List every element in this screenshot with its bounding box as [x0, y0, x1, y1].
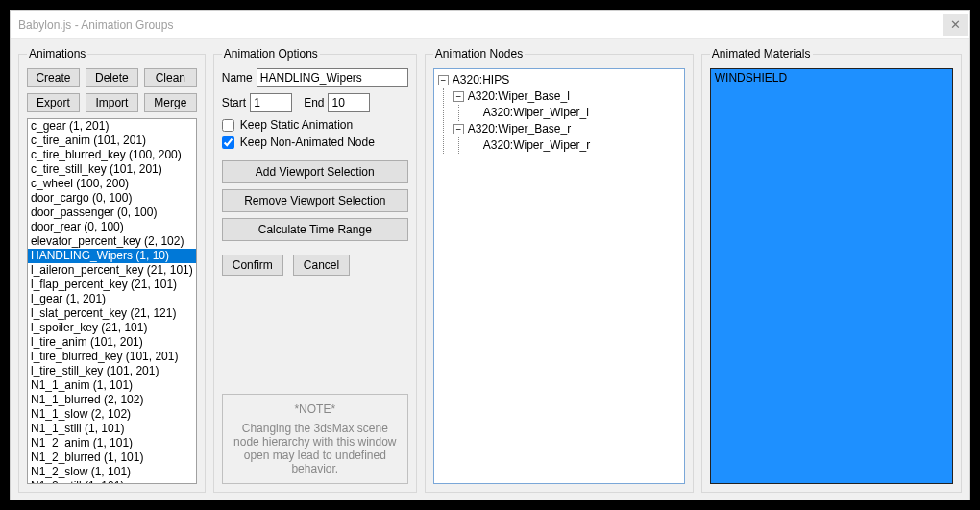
list-item[interactable]: l_tire_anim (101, 201) — [28, 335, 196, 350]
list-item[interactable]: N1_2_blurred (1, 101) — [28, 450, 196, 465]
note-body: Changing the 3dsMax scene node hierarchy… — [231, 422, 400, 475]
list-item[interactable]: N1_1_still (1, 101) — [28, 422, 196, 436]
tree-label: A320:Wiper_Base_l — [468, 88, 570, 105]
options-panel: Animation Options Name Start End Keep St… — [213, 47, 417, 493]
list-item[interactable]: l_tire_still_key (101, 201) — [28, 364, 196, 378]
import-button[interactable]: Import — [86, 93, 138, 112]
tree-leaf[interactable]: A320:Wiper_Wiper_l — [469, 105, 680, 121]
list-item[interactable]: WINDSHIELD — [715, 71, 948, 85]
remove-viewport-button[interactable]: Remove Viewport Selection — [222, 189, 408, 212]
keep-static-label[interactable]: Keep Static Animation — [240, 118, 353, 132]
tree-root[interactable]: − A320:HIPS — [438, 72, 680, 88]
tree-label: A320:Wiper_Wiper_r — [483, 137, 590, 154]
cancel-button[interactable]: Cancel — [293, 255, 350, 276]
options-panel-title: Animation Options — [222, 47, 320, 61]
nodes-tree[interactable]: − A320:HIPS − A320:Wiper_Base_l — [433, 68, 685, 484]
end-input[interactable] — [328, 93, 370, 112]
create-button[interactable]: Create — [27, 68, 80, 87]
tree-node[interactable]: − A320:Wiper_Base_l — [453, 88, 680, 105]
animations-panel: Animations Create Delete Clean Export Im… — [18, 47, 206, 493]
list-item[interactable]: l_tire_blurred_key (101, 201) — [28, 350, 196, 364]
list-item[interactable]: l_flap_percent_key (21, 101) — [28, 278, 196, 292]
keep-static-checkbox[interactable] — [222, 119, 234, 132]
window-title: Babylon.js - Animation Groups — [18, 18, 173, 32]
clean-button[interactable]: Clean — [144, 68, 197, 87]
list-item[interactable]: N1_1_slow (2, 102) — [28, 407, 196, 422]
list-item[interactable]: c_tire_anim (101, 201) — [28, 134, 196, 148]
animations-panel-title: Animations — [27, 47, 87, 61]
list-item[interactable]: door_cargo (0, 100) — [28, 191, 196, 206]
close-icon: ✕ — [950, 17, 961, 32]
list-item[interactable]: l_spoiler_key (21, 101) — [28, 321, 196, 335]
tree-node[interactable]: − A320:Wiper_Base_r — [453, 121, 680, 137]
tree-leaf[interactable]: A320:Wiper_Wiper_r — [469, 137, 680, 154]
start-input[interactable] — [250, 93, 292, 112]
keep-nonanim-checkbox[interactable] — [222, 136, 234, 149]
name-label: Name — [222, 71, 253, 85]
list-item[interactable]: c_wheel (100, 200) — [28, 177, 196, 191]
end-label: End — [304, 96, 324, 109]
animations-listbox[interactable]: c_gear (1, 201)c_tire_anim (101, 201)c_t… — [27, 118, 197, 484]
nodes-panel: Animation Nodes − A320:HIPS − A320:Wiper… — [425, 47, 694, 493]
collapse-icon[interactable]: − — [438, 75, 449, 85]
materials-panel-title: Animated Materials — [710, 47, 813, 61]
materials-panel: Animated Materials WINDSHIELD — [701, 47, 962, 493]
materials-listbox[interactable]: WINDSHIELD — [710, 68, 953, 484]
close-button[interactable]: ✕ — [943, 14, 968, 36]
nodes-panel-title: Animation Nodes — [433, 47, 525, 61]
note-box: *NOTE* Changing the 3dsMax scene node hi… — [222, 394, 408, 484]
start-label: Start — [222, 96, 246, 109]
note-header: *NOTE* — [231, 402, 400, 416]
list-item[interactable]: c_gear (1, 201) — [28, 119, 196, 134]
list-item[interactable]: l_slat_percent_key (21, 121) — [28, 306, 196, 321]
delete-button[interactable]: Delete — [86, 68, 138, 87]
collapse-icon[interactable]: − — [453, 124, 464, 134]
list-item[interactable]: N1_2_anim (1, 101) — [28, 436, 196, 450]
tree-label: A320:HIPS — [453, 72, 509, 88]
add-viewport-button[interactable]: Add Viewport Selection — [222, 160, 408, 183]
client-area: Animations Create Delete Clean Export Im… — [11, 39, 969, 500]
list-item[interactable]: c_tire_blurred_key (100, 200) — [28, 148, 196, 162]
confirm-button[interactable]: Confirm — [222, 255, 283, 276]
export-button[interactable]: Export — [27, 93, 80, 112]
list-item[interactable]: l_aileron_percent_key (21, 101) — [28, 263, 196, 278]
list-item[interactable]: N1_1_blurred (2, 102) — [28, 393, 196, 407]
list-item[interactable]: door_rear (0, 100) — [28, 220, 196, 234]
list-item[interactable]: N1_2_still (1, 101) — [28, 479, 196, 484]
list-item[interactable]: c_tire_still_key (101, 201) — [28, 162, 196, 177]
list-item[interactable]: l_gear (1, 201) — [28, 292, 196, 306]
tree-label: A320:Wiper_Base_r — [468, 121, 571, 137]
merge-button[interactable]: Merge — [144, 93, 197, 112]
calc-time-button[interactable]: Calculate Time Range — [222, 218, 408, 241]
list-item[interactable]: elevator_percent_key (2, 102) — [28, 234, 196, 249]
list-item[interactable]: N1_2_slow (1, 101) — [28, 465, 196, 479]
collapse-icon[interactable]: − — [453, 91, 464, 102]
list-item[interactable]: door_passenger (0, 100) — [28, 206, 196, 220]
window: Babylon.js - Animation Groups ✕ Animatio… — [10, 10, 970, 500]
list-item[interactable]: HANDLING_Wipers (1, 10) — [28, 249, 196, 263]
tree-label: A320:Wiper_Wiper_l — [483, 105, 589, 121]
name-input[interactable] — [257, 68, 408, 87]
list-item[interactable]: N1_1_anim (1, 101) — [28, 378, 196, 393]
titlebar: Babylon.js - Animation Groups ✕ — [11, 11, 969, 39]
keep-nonanim-label[interactable]: Keep Non-Animated Node — [240, 135, 375, 149]
